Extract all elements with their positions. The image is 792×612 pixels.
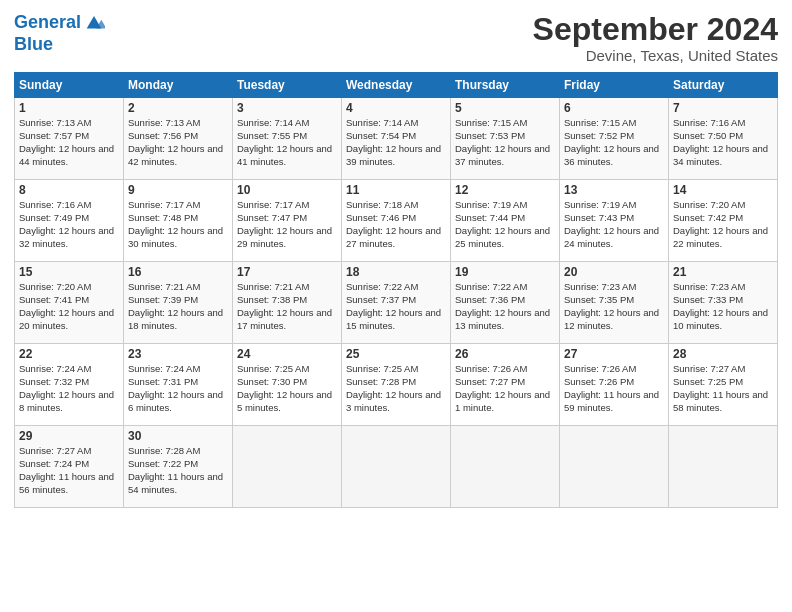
cell-info: Sunrise: 7:14 AMSunset: 7:55 PMDaylight:… — [237, 117, 332, 166]
day-header-tuesday: Tuesday — [233, 73, 342, 98]
cell-info: Sunrise: 7:13 AMSunset: 7:56 PMDaylight:… — [128, 117, 223, 166]
day-header-saturday: Saturday — [669, 73, 778, 98]
calendar-cell: 14Sunrise: 7:20 AMSunset: 7:42 PMDayligh… — [669, 180, 778, 262]
calendar-cell: 16Sunrise: 7:21 AMSunset: 7:39 PMDayligh… — [124, 262, 233, 344]
cell-info: Sunrise: 7:15 AMSunset: 7:52 PMDaylight:… — [564, 117, 659, 166]
calendar-cell — [233, 426, 342, 508]
calendar-cell: 23Sunrise: 7:24 AMSunset: 7:31 PMDayligh… — [124, 344, 233, 426]
day-number: 10 — [237, 183, 337, 197]
header: General Blue September 2024 Devine, Texa… — [14, 12, 778, 64]
month-title: September 2024 — [533, 12, 778, 47]
day-number: 13 — [564, 183, 664, 197]
logo-icon — [83, 12, 105, 34]
day-header-thursday: Thursday — [451, 73, 560, 98]
cell-info: Sunrise: 7:13 AMSunset: 7:57 PMDaylight:… — [19, 117, 114, 166]
day-number: 26 — [455, 347, 555, 361]
cell-info: Sunrise: 7:23 AMSunset: 7:33 PMDaylight:… — [673, 281, 768, 330]
calendar-cell — [669, 426, 778, 508]
calendar-table: SundayMondayTuesdayWednesdayThursdayFrid… — [14, 72, 778, 508]
calendar-cell — [342, 426, 451, 508]
week-row-4: 22Sunrise: 7:24 AMSunset: 7:32 PMDayligh… — [15, 344, 778, 426]
day-number: 23 — [128, 347, 228, 361]
day-number: 3 — [237, 101, 337, 115]
calendar-cell: 8Sunrise: 7:16 AMSunset: 7:49 PMDaylight… — [15, 180, 124, 262]
cell-info: Sunrise: 7:27 AMSunset: 7:25 PMDaylight:… — [673, 363, 768, 412]
day-number: 6 — [564, 101, 664, 115]
day-header-monday: Monday — [124, 73, 233, 98]
day-number: 27 — [564, 347, 664, 361]
calendar-cell: 28Sunrise: 7:27 AMSunset: 7:25 PMDayligh… — [669, 344, 778, 426]
day-number: 2 — [128, 101, 228, 115]
calendar-cell: 29Sunrise: 7:27 AMSunset: 7:24 PMDayligh… — [15, 426, 124, 508]
cell-info: Sunrise: 7:24 AMSunset: 7:32 PMDaylight:… — [19, 363, 114, 412]
cell-info: Sunrise: 7:26 AMSunset: 7:27 PMDaylight:… — [455, 363, 550, 412]
calendar-cell: 11Sunrise: 7:18 AMSunset: 7:46 PMDayligh… — [342, 180, 451, 262]
day-number: 16 — [128, 265, 228, 279]
calendar-cell — [451, 426, 560, 508]
calendar-cell: 6Sunrise: 7:15 AMSunset: 7:52 PMDaylight… — [560, 98, 669, 180]
calendar-cell: 9Sunrise: 7:17 AMSunset: 7:48 PMDaylight… — [124, 180, 233, 262]
day-number: 5 — [455, 101, 555, 115]
cell-info: Sunrise: 7:27 AMSunset: 7:24 PMDaylight:… — [19, 445, 114, 494]
day-number: 25 — [346, 347, 446, 361]
week-row-3: 15Sunrise: 7:20 AMSunset: 7:41 PMDayligh… — [15, 262, 778, 344]
day-number: 12 — [455, 183, 555, 197]
day-header-friday: Friday — [560, 73, 669, 98]
cell-info: Sunrise: 7:18 AMSunset: 7:46 PMDaylight:… — [346, 199, 441, 248]
cell-info: Sunrise: 7:28 AMSunset: 7:22 PMDaylight:… — [128, 445, 223, 494]
calendar-cell: 15Sunrise: 7:20 AMSunset: 7:41 PMDayligh… — [15, 262, 124, 344]
calendar-cell: 10Sunrise: 7:17 AMSunset: 7:47 PMDayligh… — [233, 180, 342, 262]
calendar-cell — [560, 426, 669, 508]
day-header-wednesday: Wednesday — [342, 73, 451, 98]
day-number: 20 — [564, 265, 664, 279]
calendar-cell: 25Sunrise: 7:25 AMSunset: 7:28 PMDayligh… — [342, 344, 451, 426]
day-number: 29 — [19, 429, 119, 443]
cell-info: Sunrise: 7:15 AMSunset: 7:53 PMDaylight:… — [455, 117, 550, 166]
calendar-cell: 13Sunrise: 7:19 AMSunset: 7:43 PMDayligh… — [560, 180, 669, 262]
calendar-cell: 19Sunrise: 7:22 AMSunset: 7:36 PMDayligh… — [451, 262, 560, 344]
cell-info: Sunrise: 7:16 AMSunset: 7:49 PMDaylight:… — [19, 199, 114, 248]
week-row-5: 29Sunrise: 7:27 AMSunset: 7:24 PMDayligh… — [15, 426, 778, 508]
day-number: 7 — [673, 101, 773, 115]
cell-info: Sunrise: 7:23 AMSunset: 7:35 PMDaylight:… — [564, 281, 659, 330]
calendar-container: General Blue September 2024 Devine, Texa… — [0, 0, 792, 612]
day-number: 14 — [673, 183, 773, 197]
calendar-cell: 1Sunrise: 7:13 AMSunset: 7:57 PMDaylight… — [15, 98, 124, 180]
day-number: 24 — [237, 347, 337, 361]
calendar-cell: 4Sunrise: 7:14 AMSunset: 7:54 PMDaylight… — [342, 98, 451, 180]
day-number: 9 — [128, 183, 228, 197]
calendar-cell: 18Sunrise: 7:22 AMSunset: 7:37 PMDayligh… — [342, 262, 451, 344]
calendar-cell: 3Sunrise: 7:14 AMSunset: 7:55 PMDaylight… — [233, 98, 342, 180]
cell-info: Sunrise: 7:20 AMSunset: 7:41 PMDaylight:… — [19, 281, 114, 330]
day-number: 1 — [19, 101, 119, 115]
cell-info: Sunrise: 7:21 AMSunset: 7:39 PMDaylight:… — [128, 281, 223, 330]
calendar-cell: 5Sunrise: 7:15 AMSunset: 7:53 PMDaylight… — [451, 98, 560, 180]
cell-info: Sunrise: 7:19 AMSunset: 7:43 PMDaylight:… — [564, 199, 659, 248]
cell-info: Sunrise: 7:19 AMSunset: 7:44 PMDaylight:… — [455, 199, 550, 248]
day-number: 17 — [237, 265, 337, 279]
cell-info: Sunrise: 7:17 AMSunset: 7:48 PMDaylight:… — [128, 199, 223, 248]
calendar-cell: 27Sunrise: 7:26 AMSunset: 7:26 PMDayligh… — [560, 344, 669, 426]
logo: General Blue — [14, 12, 105, 55]
calendar-cell: 24Sunrise: 7:25 AMSunset: 7:30 PMDayligh… — [233, 344, 342, 426]
day-number: 28 — [673, 347, 773, 361]
days-header-row: SundayMondayTuesdayWednesdayThursdayFrid… — [15, 73, 778, 98]
calendar-cell: 22Sunrise: 7:24 AMSunset: 7:32 PMDayligh… — [15, 344, 124, 426]
cell-info: Sunrise: 7:14 AMSunset: 7:54 PMDaylight:… — [346, 117, 441, 166]
cell-info: Sunrise: 7:25 AMSunset: 7:28 PMDaylight:… — [346, 363, 441, 412]
cell-info: Sunrise: 7:16 AMSunset: 7:50 PMDaylight:… — [673, 117, 768, 166]
calendar-cell: 17Sunrise: 7:21 AMSunset: 7:38 PMDayligh… — [233, 262, 342, 344]
calendar-cell: 2Sunrise: 7:13 AMSunset: 7:56 PMDaylight… — [124, 98, 233, 180]
day-number: 18 — [346, 265, 446, 279]
cell-info: Sunrise: 7:21 AMSunset: 7:38 PMDaylight:… — [237, 281, 332, 330]
calendar-cell: 7Sunrise: 7:16 AMSunset: 7:50 PMDaylight… — [669, 98, 778, 180]
cell-info: Sunrise: 7:17 AMSunset: 7:47 PMDaylight:… — [237, 199, 332, 248]
day-number: 19 — [455, 265, 555, 279]
calendar-cell: 12Sunrise: 7:19 AMSunset: 7:44 PMDayligh… — [451, 180, 560, 262]
day-number: 8 — [19, 183, 119, 197]
calendar-cell: 26Sunrise: 7:26 AMSunset: 7:27 PMDayligh… — [451, 344, 560, 426]
cell-info: Sunrise: 7:25 AMSunset: 7:30 PMDaylight:… — [237, 363, 332, 412]
cell-info: Sunrise: 7:26 AMSunset: 7:26 PMDaylight:… — [564, 363, 659, 412]
calendar-cell: 21Sunrise: 7:23 AMSunset: 7:33 PMDayligh… — [669, 262, 778, 344]
day-number: 15 — [19, 265, 119, 279]
